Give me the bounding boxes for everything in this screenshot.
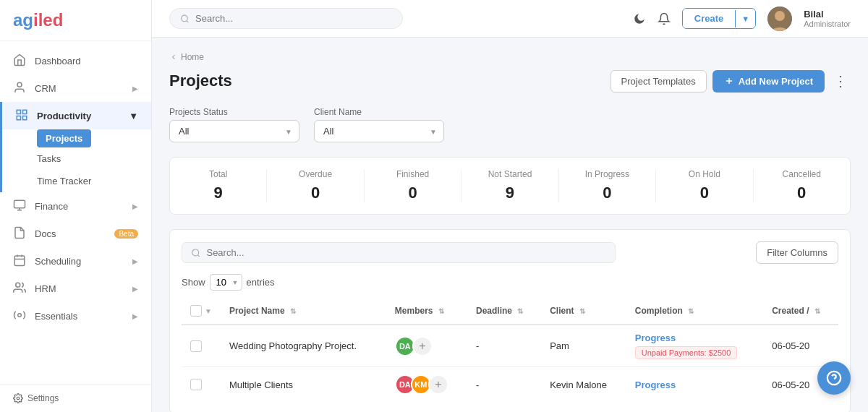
sidebar-item-dashboard[interactable]: Dashboard <box>0 47 151 74</box>
stat-on-hold-label: On Hold <box>656 169 752 179</box>
productivity-header[interactable]: Productivity ▼ <box>2 102 151 129</box>
topbar-search[interactable] <box>169 8 403 29</box>
create-dropdown-button[interactable]: ▼ <box>735 10 755 27</box>
project-templates-button[interactable]: Project Templates <box>610 70 707 93</box>
add-member-button[interactable]: + <box>412 336 433 356</box>
svg-rect-3 <box>23 116 27 120</box>
add-member-button[interactable]: + <box>428 374 448 395</box>
sidebar-item-essentials[interactable]: Essentials ▶ <box>0 302 151 330</box>
row-members-cell: DA + <box>386 325 467 367</box>
project-name[interactable]: Multiple Clients <box>229 379 293 390</box>
col-deadline-label: Deadline <box>476 306 512 316</box>
docs-icon <box>13 226 27 241</box>
notifications-button[interactable] <box>658 12 671 25</box>
col-deadline[interactable]: Deadline ⇅ <box>467 298 541 325</box>
sidebar-item-scheduling[interactable]: Scheduling ▶ <box>0 247 151 275</box>
row-members-cell: DA KM + <box>386 367 467 403</box>
help-button[interactable] <box>817 361 851 395</box>
row-deadline-cell: - <box>467 367 541 403</box>
created-value: 06-05-20 <box>772 379 809 390</box>
row-completion-cell: Progress Unpaid Payments: $2500 <box>626 325 763 367</box>
stat-finished-value: 0 <box>365 184 461 202</box>
stat-overdue-label: Overdue <box>267 169 363 179</box>
status-select[interactable]: All In Progress Finished Not Started On … <box>169 120 299 142</box>
breadcrumb-back-icon <box>169 53 178 61</box>
sidebar-item-finance[interactable]: Finance ▶ <box>0 192 151 220</box>
settings-link[interactable]: Settings <box>13 393 138 403</box>
stat-finished-label: Finished <box>365 169 461 179</box>
sidebar-item-label: Finance <box>35 201 132 212</box>
completion-value: Progress <box>635 379 676 390</box>
sort-icon: ⇅ <box>517 307 523 315</box>
home-icon <box>13 53 27 68</box>
deadline-value: - <box>476 379 479 390</box>
sidebar-nav: Dashboard CRM ▶ Productivity ▼ Projects <box>0 41 151 384</box>
checkbox-dropdown-icon[interactable]: ▼ <box>205 307 212 315</box>
stat-not-started-value: 9 <box>461 184 558 202</box>
main-area: Create ▼ Bilal Administrator Home Projec… <box>152 0 868 412</box>
productivity-icon <box>15 108 30 123</box>
sidebar-item-time-tracker[interactable]: Time Tracker <box>2 170 151 192</box>
stats-bar: Total 9 Overdue 0 Finished 0 Not Started… <box>169 157 851 215</box>
members-list: DA KM + <box>395 374 459 395</box>
status-select-wrapper: All In Progress Finished Not Started On … <box>169 120 299 142</box>
topbar: Create ▼ Bilal Administrator <box>152 0 868 38</box>
plus-icon <box>724 76 734 86</box>
add-new-project-button[interactable]: Add New Project <box>712 70 825 93</box>
crm-icon <box>13 81 27 95</box>
stat-on-hold: On Hold 0 <box>656 169 753 202</box>
svg-line-22 <box>197 254 199 256</box>
page-title: Projects <box>169 72 610 90</box>
sidebar-item-tasks[interactable]: Tasks <box>2 147 151 170</box>
header-actions: Project Templates Add New Project ⋮ <box>610 69 851 93</box>
col-created[interactable]: Created / ⇅ <box>763 298 838 325</box>
stat-total-label: Total <box>170 169 266 179</box>
svg-point-14 <box>17 397 20 400</box>
svg-point-13 <box>18 314 22 317</box>
col-client[interactable]: Client ⇅ <box>541 298 626 325</box>
sort-icon: ⇅ <box>814 307 820 315</box>
col-completion[interactable]: Completion ⇅ <box>626 298 763 325</box>
search-input[interactable] <box>195 13 392 24</box>
created-value: 06-05-20 <box>772 340 809 351</box>
chevron-right-icon: ▶ <box>132 285 138 293</box>
stat-finished: Finished 0 <box>365 169 461 202</box>
row-checkbox[interactable] <box>190 340 202 352</box>
table-search[interactable] <box>182 242 616 263</box>
breadcrumb[interactable]: Home <box>169 52 851 62</box>
row-project-name-cell: Multiple Clients <box>221 367 386 403</box>
table-toolbar: Filter Columns <box>182 241 838 264</box>
sidebar-item-crm[interactable]: CRM ▶ <box>0 74 151 102</box>
sidebar-item-docs[interactable]: Docs Beta <box>0 220 151 247</box>
more-options-button[interactable]: ⋮ <box>830 69 851 93</box>
select-all-checkbox[interactable] <box>190 305 202 317</box>
members-list: DA + <box>395 336 459 356</box>
chevron-right-icon: ▶ <box>132 312 138 320</box>
project-name[interactable]: Wedding Photography Project. <box>229 340 357 351</box>
user-name: Bilal <box>804 9 851 20</box>
dark-mode-toggle[interactable] <box>633 12 646 25</box>
settings-label: Settings <box>27 393 59 403</box>
client-filter: Client Name All Pam Kevin Malone <box>314 107 444 142</box>
entries-select[interactable]: 10 25 50 <box>210 274 242 291</box>
col-project-name[interactable]: Project Name ⇅ <box>221 298 386 325</box>
entries-label: entries <box>247 277 275 288</box>
create-main-button[interactable]: Create <box>683 9 735 28</box>
row-checkbox[interactable] <box>190 379 202 390</box>
filter-columns-button[interactable]: Filter Columns <box>756 241 838 264</box>
stat-in-progress: In Progress 0 <box>559 169 656 202</box>
sidebar-item-projects[interactable]: Projects <box>2 129 151 147</box>
page-header: Projects Project Templates Add New Proje… <box>169 69 851 93</box>
client-select[interactable]: All Pam Kevin Malone <box>314 120 444 142</box>
data-table: ▼ Project Name ⇅ Members ⇅ Deadline <box>182 298 838 402</box>
col-checkbox: ▼ <box>182 298 221 325</box>
col-completion-label: Completion <box>635 306 683 316</box>
table-search-input[interactable] <box>206 247 606 258</box>
stat-cancelled-label: Cancelled <box>754 169 850 179</box>
col-members[interactable]: Members ⇅ <box>386 298 467 325</box>
completion-value: Progress <box>635 332 676 343</box>
sidebar: agiled Dashboard CRM ▶ Productivity <box>0 0 152 412</box>
chevron-right-icon: ▶ <box>132 202 138 210</box>
sidebar-item-productivity: Productivity ▼ Projects Tasks Time Track… <box>0 102 151 192</box>
sidebar-item-hrm[interactable]: HRM ▶ <box>0 275 151 302</box>
